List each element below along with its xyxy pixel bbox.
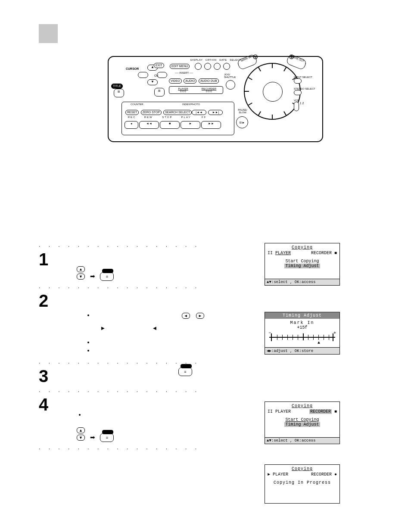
osd3-line2: Timing Adjust [284,422,320,427]
transport-panel: COUNTER INDEX/PHOTO RESET ZERO STOP SEAR… [121,102,234,135]
vcr-12-label: 1 2 [300,102,304,105]
right-cursor-icon: ► [196,313,204,319]
input-select-column: INPUT SELECT STEREO SELECT VCR 1 2 [294,76,315,112]
step1-ok-icon: ≡ [100,272,115,281]
cursor-down-button[interactable]: ▼ [147,79,158,85]
osd3-footer: ▲▼:select , OK:access [265,437,339,444]
step4-up-icon: ▲ [77,427,85,433]
osd-copying-progress: Copying ► PLAYER RECORDER ● Copying In P… [265,464,340,504]
title-button[interactable]: TITLE [111,84,123,89]
dot-rule: . . . . . . . . . . . . . . . . . . . . … [39,283,202,290]
step2-bullet-1: ◄ ► ► ◄ [94,312,215,331]
reset-button[interactable]: RESET [125,110,139,115]
insert-audiodub-button[interactable]: AUDIO DUB [199,78,219,84]
pause-slow-button[interactable]: II/► [236,116,248,128]
pause-slow-label: PAUSE/ SLOW [236,109,249,114]
cursor-pad: ▲ ▼ [138,65,168,87]
counter-display: PLAYER RECORDER 0 0 0 0 0 0 [169,86,223,94]
osd1-line2: Timing Adjust [284,264,320,268]
dot-rule: . . . . . . . . . . . . . . . . . . . . … [39,241,202,249]
step1-up-icon: ▲ [77,266,85,272]
step1-down-icon: ▼ [77,274,85,280]
exit-button[interactable]: EXIT [154,63,164,68]
step4-ok-icon: ≡ [100,433,115,442]
cursor-left-button[interactable] [138,72,148,78]
step4-down-icon: ▼ [77,435,85,441]
step2-bullet-2 [94,339,215,345]
dot-rule: . . . . . . . . . . . . . . . . . . . . … [39,358,202,366]
insert-video-button[interactable]: VIDEO [169,78,182,84]
play-label: PLAY [177,116,195,118]
stereo-select-button[interactable] [294,90,302,95]
step-3: 3 ≡ [39,367,237,385]
osd3-line1: Start Copying [285,417,319,422]
remote-control-diagram: CURSOR ▲ ▼ EXIT OK TITLE ≡ DISPLAY CRT/O… [108,56,323,142]
osd-timing-adjust: Timing Adjust Mark In +15f − + [265,312,340,355]
step-1: 1 ▲ ▼ ➡ ≡ [39,251,237,281]
jog-shuttle-button[interactable] [226,80,235,90]
top-row-labels: DISPLAY CRT/ON DATE SELECT [190,59,241,61]
insert-label: ── INSERT ── [175,72,193,74]
play-arrow-icon: ► [100,325,106,331]
jog-dial-center[interactable] [263,82,283,102]
arrow-right-icon: ➡ [90,434,95,441]
index-next-button[interactable]: ►►| [208,110,223,115]
step-1-number: 1 [39,251,52,268]
manual-page: CURSOR ▲ ▼ EXIT OK TITLE ≡ DISPLAY CRT/O… [0,0,411,532]
osd2-title: Timing Adjust [265,312,339,319]
ok-label-text: OK [154,74,159,77]
rec-button[interactable]: ● [125,121,138,129]
osd1-line1: Start Copying [268,259,337,264]
step-2: 2 ◄ ► ► ◄ [39,292,237,356]
osd3-title: Copying [268,404,337,409]
left-cursor-icon: ◄ [182,313,190,319]
insert-audio-button[interactable]: AUDIO [184,78,196,84]
step-4: 4 ▲ ▼ ➡ ≡ [39,396,237,442]
steps-column: . . . . . . . . . . . . . . . . . . . . … [39,241,237,451]
stop-button[interactable]: ■ [160,121,180,129]
ff-label: FF [196,116,212,118]
dot-rule: . . . . . . . . . . . . . . . . . . . . … [39,444,202,451]
osd4-line: Copying In Progress [268,480,337,485]
jog-shuttle-label: JOG/ SHUTTLE [224,73,237,78]
stop-label: STOP [159,116,176,118]
dot-rule: . . . . . . . . . . . . . . . . . . . . … [39,386,202,394]
zerostop-button[interactable]: ZERO STOP [141,110,162,115]
index-prev-button[interactable]: |◄◄ [192,110,206,115]
rec-label: REC [125,116,138,118]
osd4-title: Copying [268,467,337,472]
osd-copying-2: Copying II PLAYER RECORDER ■ Start Copyi… [265,401,340,444]
cursor-label: CURSOR [126,67,139,70]
rew-label: REW [140,116,157,118]
osd1-footer: ▲▼:select , OK:access [265,279,339,285]
play-button[interactable]: ► [181,121,200,129]
counter-section-label: COUNTER [131,103,143,106]
ok-menu-button[interactable]: ≡ [154,88,165,96]
step3-ok-icon: ≡ [178,367,193,376]
jog-dial[interactable] [244,63,301,120]
search-select-button[interactable]: SEARCH SELECT [163,110,192,115]
edit-menu-button[interactable]: EDIT MENU [170,64,190,69]
osd2-footer: ◀▶:adjust , OK:store [265,347,339,354]
vcr-switch[interactable] [294,102,299,111]
step-2-number: 2 [39,292,52,309]
rew-button[interactable]: ◄◄ [139,121,159,129]
osd1-title: Copying [268,245,337,251]
index-section-label: INDEX/PHOTO [182,103,200,106]
page-number-placeholder [39,24,58,43]
arrow-right-icon: ➡ [90,273,95,280]
crton-button[interactable] [204,63,211,70]
select-button[interactable] [223,63,230,70]
input-select-button[interactable] [294,78,302,84]
ff-button[interactable]: ►► [201,121,221,129]
date-button[interactable] [214,63,221,70]
osd2-scale: − + ▲ [269,333,335,343]
title-menu-button[interactable]: ≡ [114,89,124,97]
step-3-number: 3 [39,367,52,385]
osd-copying-1: Copying II PLAYER RECORDER ■ Start Copyi… [265,243,340,286]
step4-bullet-1 [85,411,215,418]
osd2-mark: Mark In [268,320,337,325]
step-4-number: 4 [39,396,52,413]
vcr-label: VCR [294,99,315,102]
display-button[interactable] [195,63,202,70]
